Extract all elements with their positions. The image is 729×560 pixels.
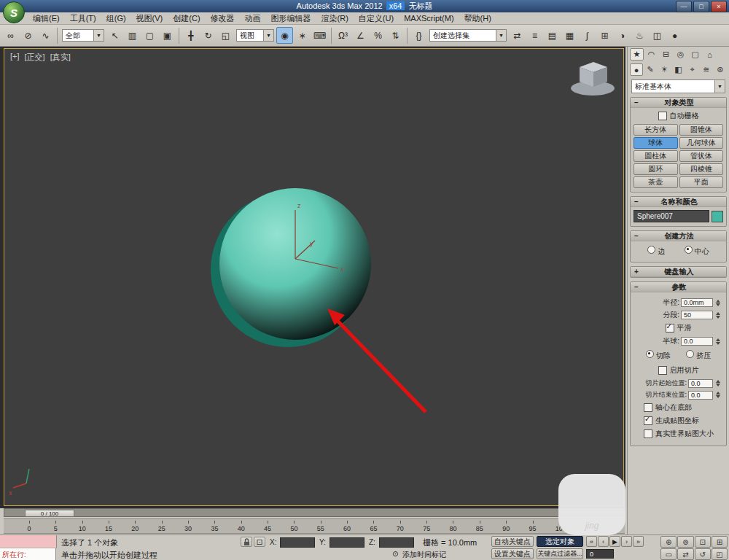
rollout-object-type-header[interactable]: − 对象类型 <box>631 98 726 108</box>
schematic-view-icon[interactable]: ⊞ <box>596 27 613 44</box>
prev-frame-button[interactable]: ‹ <box>598 536 609 547</box>
slice-from-field[interactable]: 0.0 <box>688 379 713 388</box>
button-geosphere[interactable]: 几何球体 <box>679 137 724 149</box>
select-object-icon[interactable]: ↖ <box>106 27 123 44</box>
time-slider-track[interactable]: 0 / 100 <box>4 508 625 517</box>
object-name-field[interactable]: Sphere007 <box>634 210 709 222</box>
field-of-view-icon[interactable]: ▭ <box>660 548 677 560</box>
reference-coordinate-dropdown[interactable]: 视图 ▼ <box>236 29 274 42</box>
sphere-object[interactable] <box>211 188 371 347</box>
current-frame-field[interactable]: 0 <box>586 549 614 559</box>
hemisphere-spinner[interactable] <box>714 337 722 346</box>
viewport-canvas[interactable]: z x y x <box>4 49 623 505</box>
select-and-link-icon[interactable]: ∞ <box>2 27 19 44</box>
chop-radio[interactable]: 切除 <box>646 350 671 361</box>
rollout-parameters-header[interactable]: − 参数 <box>631 282 726 292</box>
menu-item-tools[interactable]: 工具(T) <box>65 12 101 24</box>
subtab-systems[interactable]: ⊛ <box>714 63 727 76</box>
render-setup-icon[interactable]: ♨ <box>631 27 648 44</box>
time-slider-handle[interactable]: 0 / 100 <box>25 510 74 517</box>
play-button[interactable]: ▶ <box>609 536 620 547</box>
object-color-swatch[interactable] <box>712 211 723 222</box>
maximize-button[interactable]: □ <box>693 1 709 12</box>
segments-field[interactable]: 50 <box>681 311 713 319</box>
mirror-icon[interactable]: ⇄ <box>509 27 526 44</box>
maxscript-macro-recorder[interactable] <box>0 535 57 548</box>
zoom-extents-all-icon[interactable]: ⊞ <box>712 536 728 548</box>
rect-selection-region-icon[interactable]: ▢ <box>141 27 158 44</box>
menu-item-edit[interactable]: 编辑(E) <box>28 12 65 24</box>
autogrid-checkbox[interactable] <box>658 112 667 120</box>
menu-item-maxscript[interactable]: MAXScript(M) <box>399 12 459 24</box>
slice-to-field[interactable]: 0.0 <box>688 391 713 400</box>
hemisphere-field[interactable]: 0.0 <box>681 337 713 346</box>
bind-to-spacewarp-icon[interactable]: ∿ <box>37 27 54 44</box>
select-by-name-icon[interactable]: ▥ <box>124 27 141 44</box>
real-world-map-size-checkbox[interactable] <box>644 429 652 438</box>
tab-create[interactable]: ★ <box>630 48 644 61</box>
radius-spinner[interactable] <box>714 298 722 308</box>
material-editor-icon[interactable]: ◑ <box>614 27 631 44</box>
zoom-all-icon[interactable]: ⊚ <box>677 536 693 548</box>
button-sphere[interactable]: 球体 <box>634 137 678 149</box>
rendered-frame-icon[interactable]: ◫ <box>649 27 666 44</box>
add-time-tag[interactable]: 添加时间标记 <box>402 550 446 560</box>
select-and-rotate-icon[interactable]: ↻ <box>200 27 217 44</box>
category-dropdown[interactable]: 标准基本体 ▼ <box>631 79 725 93</box>
z-coordinate-field[interactable] <box>379 537 414 548</box>
keyboard-override-icon[interactable]: ⌨ <box>311 27 328 44</box>
subtab-shapes[interactable]: ✎ <box>644 63 657 76</box>
button-box[interactable]: 长方体 <box>634 124 678 136</box>
use-pivot-center-icon[interactable]: ◉ <box>276 27 293 44</box>
menu-item-create[interactable]: 创建(C) <box>168 12 205 24</box>
orbit-icon[interactable]: ↺ <box>695 548 711 560</box>
auto-key-button[interactable]: 自动关键点 <box>491 536 534 547</box>
button-cone[interactable]: 圆锥体 <box>679 124 724 136</box>
viewport-menu-plus[interactable]: [+] <box>10 52 20 63</box>
key-filters-button[interactable]: 关键点过滤器... <box>537 548 583 559</box>
subtab-cameras[interactable]: ◧ <box>671 63 685 76</box>
button-tube[interactable]: 管状体 <box>679 150 724 162</box>
tab-modify[interactable]: ◠ <box>644 48 658 61</box>
menu-item-animation[interactable]: 动画 <box>240 12 266 24</box>
unlink-selection-icon[interactable]: ⊘ <box>20 27 36 44</box>
curve-editor-icon[interactable]: ∫ <box>579 27 596 44</box>
edit-named-selection-sets-icon[interactable]: {} <box>410 27 427 44</box>
track-bar[interactable]: 0510152025303540455055606570758085909510… <box>4 518 625 534</box>
select-and-scale-icon[interactable]: ◱ <box>217 27 234 44</box>
zoom-icon[interactable]: ⊕ <box>660 536 677 548</box>
absolute-offset-toggle-icon[interactable]: ⊡ <box>254 537 265 547</box>
graphite-ribbon-icon[interactable]: ▦ <box>561 27 578 44</box>
set-key-button[interactable]: 设置关键点 <box>491 548 534 559</box>
maxscript-mini-listener[interactable]: 所在行: <box>0 548 56 560</box>
selected-objects-dropdown[interactable]: 选定对象 <box>537 536 583 547</box>
select-and-manipulate-icon[interactable]: ∗ <box>294 27 311 44</box>
named-selection-set-dropdown[interactable]: 创建选择集 ▼ <box>429 29 507 42</box>
next-frame-button[interactable]: › <box>621 536 632 547</box>
selection-lock-icon[interactable] <box>241 537 252 547</box>
radius-field[interactable]: 0.0mm <box>681 298 713 307</box>
generate-mapping-coords-checkbox[interactable] <box>644 416 652 425</box>
rollout-creation-method-header[interactable]: − 创建方法 <box>631 231 726 241</box>
subtab-spacewarps[interactable]: ≋ <box>700 63 713 76</box>
creation-center-radio[interactable]: 中心 <box>685 246 709 257</box>
close-button[interactable]: × <box>711 1 727 12</box>
percent-snap-icon[interactable]: % <box>370 27 386 44</box>
align-icon[interactable]: ≡ <box>526 27 543 44</box>
tab-hierarchy[interactable]: ⊟ <box>659 48 673 61</box>
slice-to-spinner[interactable] <box>714 390 722 400</box>
selection-filter-dropdown[interactable]: 全部 ▼ <box>62 29 104 42</box>
pan-icon[interactable]: ⇄ <box>677 548 693 560</box>
maximize-viewport-toggle-icon[interactable]: ◰ <box>712 548 728 560</box>
button-pyramid[interactable]: 四棱锥 <box>679 163 724 175</box>
menu-item-modifiers[interactable]: 修改器 <box>206 12 240 24</box>
go-to-end-button[interactable]: » <box>633 536 644 547</box>
app-logo[interactable]: S <box>3 1 25 23</box>
rollout-name-color-header[interactable]: − 名称和颜色 <box>631 197 726 207</box>
subtab-geometry[interactable]: ● <box>630 63 643 76</box>
tab-display[interactable]: ▢ <box>688 48 702 61</box>
perspective-viewport[interactable]: [+] [正交] [真实] <box>4 48 624 506</box>
button-cylinder[interactable]: 圆柱体 <box>634 150 678 162</box>
viewcube-icon[interactable] <box>571 62 615 96</box>
x-coordinate-field[interactable] <box>280 537 315 548</box>
